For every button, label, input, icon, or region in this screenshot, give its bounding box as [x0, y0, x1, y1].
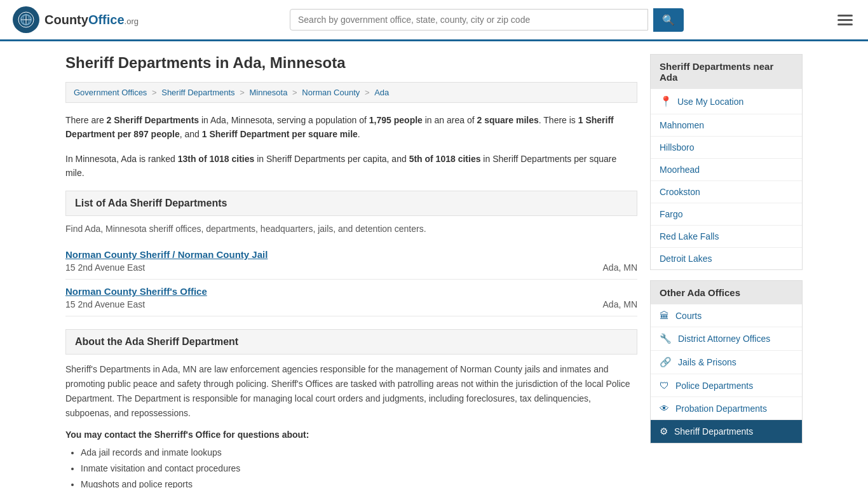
sidebar: Sheriff Departments near Ada 📍 Use My Lo… — [650, 54, 803, 488]
page-title: Sheriff Departments in Ada, Minnesota — [65, 54, 637, 72]
office-district-attorney-label: District Attorney Offices — [678, 334, 770, 344]
dept-entry-1: Norman County Sheriff / Norman County Ja… — [65, 243, 637, 280]
breadcrumb-item-ada[interactable]: Ada — [374, 88, 389, 97]
nearby-city-0[interactable]: Mahnomen — [651, 114, 802, 137]
nearby-city-5[interactable]: Red Lake Falls — [651, 226, 802, 248]
office-sheriff-label: Sheriff Departments — [674, 426, 753, 437]
breadcrumb: Government Offices > Sheriff Departments… — [65, 82, 637, 103]
hamburger-menu[interactable] — [835, 12, 855, 28]
area: 2 square miles — [477, 115, 538, 125]
dept-address-1: 15 2nd Avenue East — [65, 262, 145, 273]
rank-1: 13th of 1018 cities — [178, 154, 255, 164]
breadcrumb-item-county[interactable]: Norman County — [302, 88, 360, 97]
courts-icon: 🏛 — [660, 310, 669, 321]
breadcrumb-item-sheriff[interactable]: Sheriff Departments — [161, 88, 234, 97]
office-jails[interactable]: 🔗 Jails & Prisons — [651, 351, 802, 374]
office-police-label: Police Departments — [675, 381, 753, 391]
office-district-attorney[interactable]: 🔧 District Attorney Offices — [651, 327, 802, 351]
office-courts[interactable]: 🏛 Courts — [651, 304, 802, 327]
breadcrumb-item-govt[interactable]: Government Offices — [74, 88, 147, 97]
breadcrumb-sep-4: > — [365, 88, 372, 97]
breadcrumb-sep-3: > — [292, 88, 299, 97]
sidebar-nearby-section: Sheriff Departments near Ada 📍 Use My Lo… — [650, 54, 803, 270]
office-probation-label: Probation Departments — [675, 403, 767, 414]
about-section-header: About the Ada Sheriff Department — [65, 329, 637, 355]
search-button[interactable]: 🔍 — [653, 8, 684, 32]
main-content: Sheriff Departments in Ada, Minnesota Go… — [65, 54, 637, 488]
search-input[interactable] — [290, 9, 648, 30]
logo-icon — [13, 6, 39, 33]
list-section-desc: Find Ada, Minnesota sheriff offices, dep… — [65, 224, 637, 234]
per-mile: 1 Sheriff Department per square mile — [202, 129, 358, 139]
rank-2: 5th of 1018 cities — [409, 154, 481, 164]
population: 1,795 people — [369, 115, 423, 125]
logo-text: CountyOffice.org — [44, 13, 139, 27]
office-police[interactable]: 🛡 Police Departments — [651, 374, 802, 397]
bullet-item-2: Inmate visitation and contact procedures — [81, 461, 637, 477]
dept-entry-2: Norman County Sheriff's Office 15 2nd Av… — [65, 280, 637, 316]
use-my-location-link[interactable]: 📍 Use My Location — [651, 89, 802, 114]
site-header: CountyOffice.org 🔍 — [0, 0, 868, 41]
nearby-city-2[interactable]: Moorhead — [651, 159, 802, 181]
contact-bullets: Ada jail records and inmate lookups Inma… — [65, 445, 637, 488]
dept-row-2: 15 2nd Avenue East Ada, MN — [65, 299, 637, 309]
nearby-city-6[interactable]: Detroit Lakes — [651, 248, 802, 269]
office-sheriff[interactable]: ⚙ Sheriff Departments — [651, 420, 802, 443]
breadcrumb-item-mn[interactable]: Minnesota — [249, 88, 287, 97]
use-my-location-label: Use My Location — [677, 97, 743, 107]
sheriff-icon: ⚙ — [660, 426, 668, 437]
bullet-item-1: Ada jail records and inmate lookups — [81, 445, 637, 461]
sidebar-nearby-title: Sheriff Departments near Ada — [651, 55, 802, 89]
dept-name-1[interactable]: Norman County Sheriff / Norman County Ja… — [65, 249, 637, 260]
breadcrumb-sep-2: > — [240, 88, 247, 97]
about-text: Sheriff's Departments in Ada, MN are law… — [65, 362, 637, 421]
probation-icon: 👁 — [660, 403, 669, 414]
nearby-city-4[interactable]: Fargo — [651, 203, 802, 226]
police-icon: 🛡 — [660, 380, 669, 391]
office-jails-label: Jails & Prisons — [678, 357, 736, 367]
list-section-header: List of Ada Sheriff Departments — [65, 191, 637, 216]
dept-name-2[interactable]: Norman County Sheriff's Office — [65, 286, 637, 297]
nearby-city-1[interactable]: Hillsboro — [651, 137, 802, 159]
dept-city-1: Ada, MN — [603, 262, 637, 273]
district-attorney-icon: 🔧 — [660, 333, 672, 344]
office-probation[interactable]: 👁 Probation Departments — [651, 397, 802, 420]
breadcrumb-sep-1: > — [152, 88, 159, 97]
search-icon: 🔍 — [662, 15, 675, 25]
search-area: 🔍 — [290, 8, 684, 32]
nearby-city-3[interactable]: Crookston — [651, 181, 802, 203]
dept-count: 2 Sheriff Departments — [107, 115, 199, 125]
contact-question: You may contact the Sherriff's Office fo… — [65, 430, 637, 440]
logo-area: CountyOffice.org — [13, 6, 139, 33]
intro-paragraph-1: There are 2 Sheriff Departments in Ada, … — [65, 113, 637, 142]
intro-paragraph-2: In Minnesota, Ada is ranked 13th of 1018… — [65, 152, 637, 180]
office-courts-label: Courts — [675, 311, 702, 321]
sidebar-offices-title: Other Ada Offices — [651, 281, 802, 304]
dept-city-2: Ada, MN — [603, 299, 637, 309]
page-container: Sheriff Departments in Ada, Minnesota Go… — [53, 41, 815, 488]
dept-address-2: 15 2nd Avenue East — [65, 299, 145, 309]
sidebar-offices-section: Other Ada Offices 🏛 Courts 🔧 District At… — [650, 280, 803, 444]
about-section: About the Ada Sheriff Department Sheriff… — [65, 329, 637, 488]
pin-icon: 📍 — [660, 95, 672, 107]
jails-icon: 🔗 — [660, 356, 672, 368]
dept-row-1: 15 2nd Avenue East Ada, MN — [65, 262, 637, 273]
bullet-item-3: Mugshots and police reports — [81, 477, 637, 488]
